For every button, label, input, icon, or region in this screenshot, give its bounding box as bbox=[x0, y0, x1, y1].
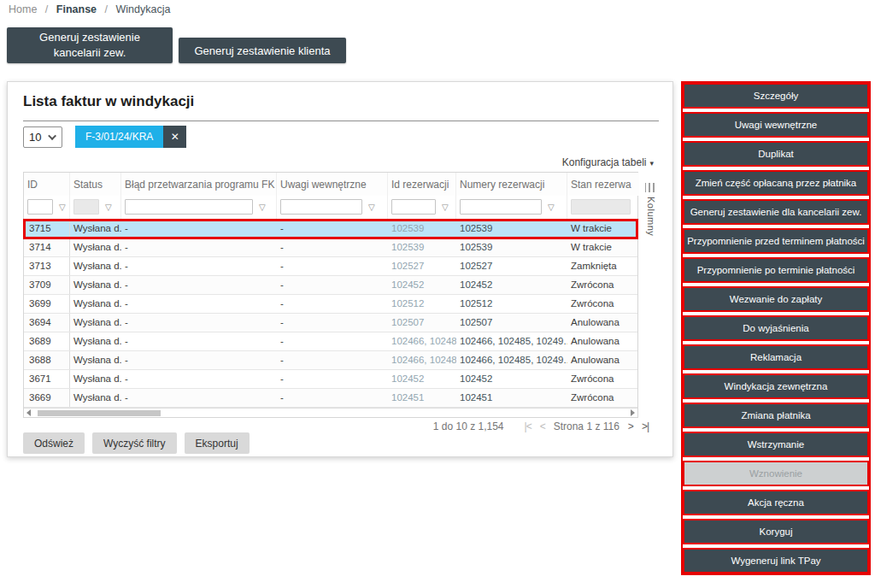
table-filter-row: ▽▽▽▽▽▽ bbox=[24, 196, 637, 220]
table-row[interactable]: 3671Wysłana d...--102452102452Zwrócona bbox=[24, 370, 637, 389]
generate-kancelaria-report-button[interactable]: Generuj zestawienie kancelarii zew. bbox=[7, 27, 173, 63]
refresh-button[interactable]: Odśwież bbox=[23, 432, 85, 454]
table-row[interactable]: 3694Wysłana d...--102507102507Anulowana bbox=[24, 314, 637, 332]
table-controls: 10 F-3/01/24/KRA ✕ bbox=[23, 126, 186, 148]
table-config-label: Konfiguracja tabeli bbox=[562, 156, 647, 168]
table-cell: 102539 bbox=[456, 238, 567, 256]
table-cell: 102539 bbox=[456, 220, 567, 238]
table-config-dropdown[interactable]: Konfiguracja tabeli▾ bbox=[562, 156, 654, 168]
scrollbar-thumb[interactable] bbox=[38, 410, 161, 416]
prev-page-button[interactable]: < bbox=[540, 420, 545, 432]
table-cell: - bbox=[277, 314, 388, 332]
table-cell: Zamknięta bbox=[567, 257, 639, 275]
filter-input[interactable] bbox=[460, 199, 542, 215]
table-row[interactable]: 3669Wysłana d...--102451102451Zwrócona bbox=[24, 389, 637, 408]
column-header[interactable]: Błąd przetwarzania programu FK bbox=[121, 173, 277, 196]
filter-input[interactable] bbox=[27, 199, 53, 215]
table-row[interactable]: 3689Wysłana d...--102466, 102485, ...102… bbox=[24, 332, 637, 351]
action-button[interactable]: Generuj zestawienie dla kancelarii zew. bbox=[683, 199, 869, 225]
action-button[interactable]: Wezwanie do zapłaty bbox=[683, 286, 869, 312]
table-body: 3715Wysłana d...--102539102539W trakcie3… bbox=[24, 220, 637, 408]
table-cell: Wysłana d... bbox=[70, 295, 121, 313]
action-button[interactable]: Koryguj bbox=[683, 519, 869, 544]
first-page-button[interactable]: |< bbox=[525, 420, 531, 432]
action-button[interactable]: Szczegóły bbox=[683, 83, 869, 109]
table-row[interactable]: 3709Wysłana d...--102452102452Zwrócona bbox=[24, 276, 637, 295]
table-cell: Anulowana bbox=[567, 332, 639, 350]
table-row-selected[interactable]: 3715Wysłana d...--102539102539W trakcie bbox=[24, 220, 637, 238]
breadcrumb-finanse[interactable]: Finanse bbox=[56, 3, 97, 15]
filter-funnel-icon[interactable]: ▽ bbox=[105, 203, 112, 212]
action-button[interactable]: Wygeneruj link TPay bbox=[683, 548, 869, 573]
chevron-down-icon bbox=[48, 132, 56, 140]
page-title: Lista faktur w windykacji bbox=[23, 93, 194, 110]
filter-input[interactable] bbox=[391, 199, 436, 215]
generate-klient-report-button[interactable]: Generuj zestawienie klienta bbox=[179, 38, 346, 63]
page-size-select[interactable]: 10 bbox=[23, 126, 62, 148]
table-cell: 102466, 102485, 10249... bbox=[456, 351, 567, 369]
scroll-right-icon[interactable] bbox=[631, 409, 635, 416]
column-header[interactable]: Id rezerwacji bbox=[388, 173, 456, 196]
table-cell: - bbox=[277, 276, 388, 294]
filter-input[interactable] bbox=[125, 199, 253, 215]
breadcrumb-separator: / bbox=[45, 3, 48, 15]
table-cell: 102507 bbox=[388, 314, 456, 332]
columns-side-tab[interactable]: Kolumny bbox=[645, 183, 656, 236]
remove-filter-icon[interactable]: ✕ bbox=[163, 126, 186, 148]
filter-funnel-icon[interactable]: ▽ bbox=[368, 203, 375, 212]
filter-cell: ▽ bbox=[277, 196, 388, 220]
table-row[interactable]: 3699Wysłana d...--102512102512Zwrócona bbox=[24, 295, 637, 314]
column-header[interactable]: ID bbox=[24, 173, 70, 196]
table-cell: 3688 bbox=[24, 351, 70, 369]
table-row[interactable]: 3688Wysłana d...--102466, 102485, ...102… bbox=[24, 351, 637, 370]
action-button[interactable]: Przypomnienie po terminie płatności bbox=[683, 257, 869, 283]
action-button[interactable]: Zmiana płatnika bbox=[683, 403, 869, 428]
column-header[interactable]: Status bbox=[70, 173, 121, 196]
action-button[interactable]: Do wyjaśnienia bbox=[683, 315, 869, 341]
clear-filters-button[interactable]: Wyczyść filtry bbox=[92, 432, 177, 454]
top-button-bar: Generuj zestawienie kancelarii zew. Gene… bbox=[7, 27, 346, 63]
action-button[interactable]: Wstrzymanie bbox=[683, 432, 869, 457]
invoices-panel: Lista faktur w windykacji 10 F-3/01/24/K… bbox=[7, 81, 673, 457]
filter-funnel-icon[interactable]: ▽ bbox=[442, 203, 449, 212]
action-sidebar: SzczegółyUwagi wewnętrzneDuplikatZmień c… bbox=[681, 81, 871, 575]
table-cell: - bbox=[277, 351, 388, 369]
action-button[interactable]: Windykacja zewnętrzna bbox=[683, 373, 869, 399]
table-cell: 102452 bbox=[456, 276, 567, 294]
column-header[interactable]: Stan rezerwa bbox=[567, 173, 639, 196]
next-page-button[interactable]: > bbox=[628, 420, 633, 432]
table-cell: 3671 bbox=[24, 370, 70, 388]
table-cell: - bbox=[121, 220, 277, 238]
action-button[interactable]: Uwagi wewnętrzne bbox=[683, 112, 869, 138]
filter-funnel-icon[interactable]: ▽ bbox=[59, 203, 66, 212]
action-button[interactable]: Przypomnienie przed terminem płatności bbox=[683, 228, 869, 254]
breadcrumb-separator: / bbox=[105, 3, 108, 15]
table-cell: - bbox=[121, 370, 277, 388]
export-button[interactable]: Eksportuj bbox=[185, 432, 250, 454]
action-button[interactable]: Duplikat bbox=[683, 141, 869, 167]
breadcrumb-home[interactable]: Home bbox=[9, 3, 37, 15]
table-row[interactable]: 3713Wysłana d...--102527102527Zamknięta bbox=[24, 257, 637, 276]
action-button[interactable]: Reklamacja bbox=[683, 344, 869, 370]
filter-input[interactable] bbox=[280, 199, 362, 215]
table-row[interactable]: 3714Wysłana d...--102539102539W trakcie bbox=[24, 238, 637, 257]
column-header[interactable]: Uwagi wewnętrzne bbox=[277, 173, 388, 196]
table-cell: Wysłana d... bbox=[70, 351, 121, 369]
filter-input bbox=[73, 199, 99, 215]
page-size-value: 10 bbox=[29, 131, 41, 144]
pagination-range: 1 do 10 z 1,154 bbox=[433, 420, 504, 432]
filter-chip: F-3/01/24/KRA ✕ bbox=[75, 126, 186, 148]
table-cell: - bbox=[121, 257, 277, 275]
table-cell: W trakcie bbox=[567, 238, 639, 256]
column-header[interactable]: Numery rezerwacji bbox=[456, 173, 567, 196]
table-cell: 102527 bbox=[388, 257, 456, 275]
filter-funnel-icon[interactable]: ▽ bbox=[259, 203, 266, 212]
filter-funnel-icon[interactable]: ▽ bbox=[548, 203, 555, 212]
table-cell: Wysłana d... bbox=[70, 220, 121, 238]
action-button[interactable]: Zmień część opłacaną przez płatnika bbox=[683, 170, 869, 196]
last-page-button[interactable]: >| bbox=[642, 420, 649, 432]
scroll-left-icon[interactable] bbox=[26, 409, 31, 416]
table-cell: Zwrócona bbox=[567, 389, 639, 407]
action-button[interactable]: Akcja ręczna bbox=[683, 490, 869, 515]
grip-icon bbox=[645, 183, 656, 192]
